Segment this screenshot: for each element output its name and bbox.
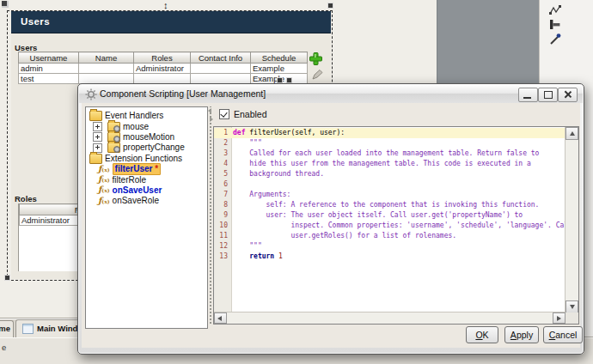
scroll-left-button[interactable] <box>214 312 227 324</box>
shape-tool-icon[interactable] <box>548 18 562 32</box>
tree-folder-event-handlers[interactable]: Event Handlers <box>86 111 207 121</box>
line-number: 5 <box>214 169 230 179</box>
line-number: 8 <box>214 200 230 210</box>
minimize-icon <box>523 97 531 99</box>
folder-icon <box>89 154 102 164</box>
code-line-7: 7 Arguments: <box>214 190 565 200</box>
code-line-8: 8 self: A reference to the component tha… <box>214 200 565 210</box>
code-text: hide this user from the management table… <box>230 160 531 167</box>
code-line-6: 6 <box>214 179 565 190</box>
arrow-left-icon <box>217 316 222 321</box>
splitter-collapse-right-icon[interactable] <box>210 117 213 122</box>
line-number: 7 <box>214 190 230 200</box>
tree-item-propertychange[interactable]: propertyChange <box>86 143 207 153</box>
cancel-button[interactable]: Cancel <box>543 326 583 343</box>
code-editor[interactable]: 1def filterUser(self, user):2 """3 Calle… <box>213 126 579 325</box>
code-line-13: 13 return 1 <box>214 252 565 262</box>
maximize-button[interactable] <box>538 88 558 102</box>
tree-folder-extension-functions[interactable]: Extension Functions <box>86 154 207 164</box>
code-line-1: 1def filterUser(self, user): <box>214 128 565 138</box>
tree-item-label: onSaveUser <box>113 185 162 196</box>
expand-plus-icon[interactable] <box>93 132 102 142</box>
tree-item-filterrole[interactable]: ƒ(x)filterRole <box>86 174 207 185</box>
code-text: Called for each user loaded into the man… <box>230 149 539 157</box>
enabled-label: Enabled <box>234 109 267 119</box>
tree-item-label: onSaveRole <box>113 196 159 206</box>
event-set-icon <box>107 143 120 153</box>
polyline-tool-icon[interactable] <box>548 3 562 17</box>
script-tree[interactable]: Event HandlersmousemouseMotionpropertyCh… <box>85 106 208 329</box>
tree-item-label: filterRole <box>113 175 146 185</box>
line-number: 1 <box>214 128 230 138</box>
window-tab-partial[interactable]: me <box>0 320 14 337</box>
unsaved-changes-star: * <box>152 164 158 173</box>
minimize-button[interactable] <box>518 88 538 102</box>
line-number: 11 <box>214 231 230 241</box>
selection-handle-top-center[interactable]: ↕ <box>163 0 168 10</box>
code-line-10: 10 inspect. Common properties: 'username… <box>214 221 565 231</box>
eyedropper-tool-icon[interactable] <box>548 33 562 46</box>
tree-folder-label: Extension Functions <box>105 154 182 164</box>
window-tab-partial-label: me <box>0 324 10 333</box>
function-icon: ƒ(x) <box>98 164 110 175</box>
code-text: """ <box>230 139 262 147</box>
function-icon: ƒ(x) <box>98 196 110 207</box>
dialog-title: Component Scripting [User Management] <box>100 88 266 99</box>
tree-item-label: mouseMotion <box>123 132 174 143</box>
selection-handle-top-left[interactable] <box>2 1 9 8</box>
arrow-right-icon <box>557 316 561 321</box>
ok-button[interactable]: OK <box>466 326 498 343</box>
expand-plus-icon[interactable] <box>93 122 102 131</box>
folder-icon <box>89 111 102 121</box>
arrow-down-icon <box>570 305 575 309</box>
code-text: return 1 <box>230 252 283 260</box>
tree-item-mousemotion[interactable]: mouseMotion <box>86 132 207 143</box>
line-number: 2 <box>214 138 230 149</box>
enabled-checkbox[interactable] <box>219 109 229 119</box>
code-lines: 1def filterUser(self, user):2 """3 Calle… <box>214 128 565 262</box>
code-line-2: 2 """ <box>214 138 565 149</box>
line-number: 6 <box>214 179 230 190</box>
scroll-up-button[interactable] <box>565 127 578 140</box>
code-line-12: 12 """ <box>214 241 565 252</box>
line-number: 10 <box>214 221 230 231</box>
tree-item-label: mouse <box>123 122 149 132</box>
code-line-3: 3 Called for each user loaded into the m… <box>214 149 565 159</box>
code-text: background thread. <box>230 170 324 178</box>
horizontal-scrollbar[interactable] <box>214 312 565 324</box>
vertical-scrollbar[interactable] <box>565 127 578 312</box>
scroll-down-button[interactable] <box>565 300 578 313</box>
dialog-titlebar[interactable]: Component Scripting [User Management] <box>79 85 583 103</box>
selection-handle-bottom-left[interactable] <box>4 275 10 281</box>
line-number: 13 <box>214 252 230 262</box>
line-number: 9 <box>214 210 230 221</box>
component-scripting-dialog: Component Scripting [User Management] Ev… <box>77 83 584 355</box>
code-text: self: A reference to the component that … <box>230 201 539 209</box>
selection-handle-top-right[interactable] <box>327 3 333 9</box>
apply-button[interactable]: Apply <box>504 326 539 343</box>
selection-handle-bottom-center[interactable] <box>277 77 283 83</box>
designer-root: e me Main Window Users Users UsernameNam… <box>0 0 593 364</box>
close-button[interactable] <box>558 88 578 102</box>
tree-item-onsaveuser[interactable]: ƒ(x)onSaveUser <box>86 185 207 196</box>
dialog-content: Event HandlersmousemouseMotionpropertyCh… <box>82 103 580 348</box>
code-line-11: 11 user.getRoles() for a list of rolenam… <box>214 231 565 241</box>
code-text: def filterUser(self, user): <box>230 129 345 136</box>
code-text: user: The user object itself. Call user.… <box>230 211 523 219</box>
tree-item-mouse[interactable]: mouse <box>86 121 207 131</box>
code-text: inspect. Common properties: 'username', … <box>230 221 572 229</box>
line-number: 12 <box>214 241 230 252</box>
code-line-4: 4 hide this user from the management tab… <box>214 159 565 169</box>
tree-item-onsaverole[interactable]: ƒ(x)onSaveRole <box>86 196 207 206</box>
code-text: Arguments: <box>230 191 290 198</box>
scroll-right-button[interactable] <box>553 312 565 324</box>
tree-item-filteruser[interactable]: ƒ(x)filterUser * <box>86 164 207 174</box>
window-icon <box>22 324 34 334</box>
maximize-icon <box>544 91 553 99</box>
splitter-collapse-left-icon[interactable] <box>208 108 211 113</box>
enabled-row: Enabled <box>219 109 267 119</box>
code-line-9: 9 user: The user object itself. Call use… <box>214 210 565 221</box>
bottom-panel-partial-text: e <box>2 343 6 352</box>
selection-handle-bottom-center-2[interactable] <box>286 77 292 83</box>
function-icon: ƒ(x) <box>98 185 110 196</box>
